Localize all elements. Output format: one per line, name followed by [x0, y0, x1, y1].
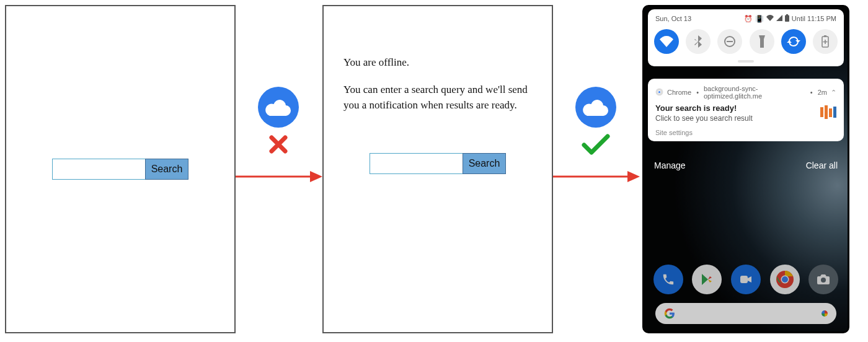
notification-age: 2m — [818, 89, 827, 96]
search-form: Search — [370, 153, 506, 174]
svg-point-12 — [658, 90, 660, 92]
toggle-flashlight[interactable] — [750, 29, 774, 54]
svg-rect-9 — [824, 35, 826, 37]
status-bar: Sun, Oct 13 ⏰ 📳 Until 11:15 PM — [648, 9, 844, 27]
cross-icon — [268, 134, 289, 157]
dock — [644, 265, 848, 294]
dock-camera-icon[interactable] — [808, 265, 838, 294]
notification-app: Chrome — [667, 89, 691, 96]
toggle-battery-saver[interactable] — [813, 29, 838, 54]
svg-rect-17 — [740, 276, 748, 283]
svg-point-21 — [821, 278, 826, 283]
svg-marker-3 — [627, 171, 640, 182]
toggle-dnd[interactable] — [717, 29, 742, 54]
alarm-icon: ⏰ — [744, 15, 753, 23]
dock-duo-icon[interactable] — [731, 265, 761, 294]
site-icon — [820, 105, 836, 121]
drag-handle-icon[interactable] — [738, 60, 754, 63]
shade-manage[interactable]: Manage — [654, 160, 686, 170]
phone-screen: Sun, Oct 13 ⏰ 📳 Until 11:15 PM — [642, 5, 849, 333]
offline-heading: You are offline. — [343, 55, 532, 71]
shade-clear-all[interactable]: Clear all — [806, 160, 838, 170]
svg-rect-5 — [786, 14, 788, 15]
arrow-icon — [236, 167, 322, 186]
notification-subtitle: Click to see you search result — [655, 114, 753, 123]
offline-message: You are offline. You can enter a search … — [343, 55, 532, 113]
toggle-bluetooth[interactable] — [686, 29, 711, 54]
status-date: Sun, Oct 13 — [655, 15, 691, 22]
flow-connector-2 — [553, 5, 640, 333]
browser-frame-offline: You are offline. You can enter a search … — [322, 5, 553, 333]
quick-toggles — [648, 27, 844, 60]
svg-marker-1 — [310, 171, 322, 182]
search-input[interactable] — [370, 153, 463, 174]
wifi-icon — [766, 15, 774, 22]
notification-card[interactable]: Chrome • background-sync-optimized.glitc… — [648, 79, 844, 141]
arrow-icon — [553, 167, 640, 186]
shade-actions: Manage Clear all — [654, 160, 838, 170]
signal-icon — [776, 15, 782, 22]
svg-rect-4 — [785, 15, 789, 22]
notification-site-settings[interactable]: Site settings — [655, 129, 836, 136]
assistant-icon[interactable] — [822, 310, 828, 317]
vibrate-icon: 📳 — [755, 15, 764, 23]
svg-point-20 — [782, 276, 788, 283]
toggle-autorotate[interactable] — [781, 29, 806, 54]
check-icon — [582, 134, 610, 157]
toggle-wifi[interactable] — [654, 29, 679, 54]
cloud-icon — [258, 87, 299, 128]
dock-phone-icon[interactable] — [653, 265, 683, 294]
flow-connector-1 — [236, 5, 322, 333]
browser-frame-initial: Search — [5, 5, 236, 333]
battery-icon — [785, 14, 789, 23]
search-button[interactable]: Search — [145, 159, 188, 180]
dock-chrome-icon[interactable] — [770, 265, 800, 294]
search-button[interactable]: Search — [463, 153, 506, 174]
google-g-icon — [664, 308, 675, 319]
notification-origin: background-sync-optimized.glitch.me — [704, 85, 805, 100]
search-input[interactable] — [52, 159, 145, 180]
chevron-up-icon[interactable]: ⌃ — [831, 89, 836, 97]
svg-rect-14 — [825, 105, 828, 119]
status-until: Until 11:15 PM — [792, 15, 836, 22]
chrome-icon — [655, 88, 663, 97]
svg-rect-13 — [820, 107, 823, 117]
search-pill[interactable] — [655, 303, 836, 324]
search-form: Search — [52, 159, 188, 180]
offline-body: You can enter a search query and we'll s… — [343, 82, 532, 113]
svg-rect-7 — [727, 41, 733, 42]
cloud-icon — [575, 87, 616, 128]
dock-play-store-icon[interactable] — [692, 265, 722, 294]
notification-title: Your search is ready! — [655, 103, 753, 113]
svg-rect-15 — [829, 108, 832, 117]
quick-settings-panel: Sun, Oct 13 ⏰ 📳 Until 11:15 PM — [648, 9, 844, 66]
svg-rect-16 — [833, 107, 836, 118]
